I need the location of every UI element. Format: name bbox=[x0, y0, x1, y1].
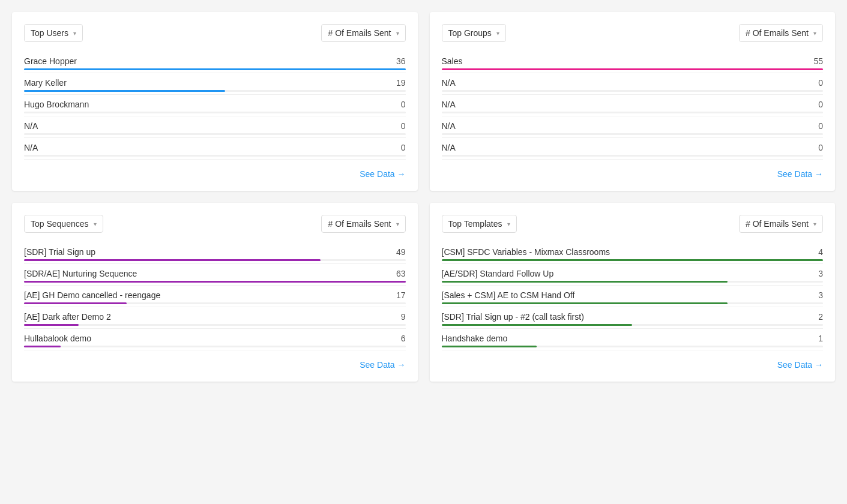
bar-item-value: 0 bbox=[818, 143, 823, 152]
bar-item-value: 0 bbox=[401, 100, 406, 109]
panel-top-groups: Top Groups▾# Of Emails Sent▾Sales55N/A0N… bbox=[430, 12, 836, 191]
title-label: Top Sequences bbox=[31, 219, 89, 229]
metric-label: # Of Emails Sent bbox=[746, 219, 809, 229]
bar-item-header: N/A0 bbox=[442, 121, 824, 131]
see-data-top-users: See Data → bbox=[24, 169, 406, 179]
bar-item: Hugo Brockmann0 bbox=[24, 95, 406, 116]
chevron-down-icon: ▾ bbox=[813, 221, 816, 227]
chevron-down-icon: ▾ bbox=[396, 30, 399, 37]
bar-item-label: [SDR/AE] Nurturing Sequence bbox=[24, 269, 137, 278]
bar-item-label: Hugo Brockmann bbox=[24, 100, 89, 109]
bar-item-header: N/A0 bbox=[24, 121, 406, 131]
bar-track bbox=[24, 68, 406, 70]
bar-item-value: 0 bbox=[818, 100, 823, 109]
bar-fill bbox=[24, 68, 406, 70]
bar-item-header: [Sales + CSM] AE to CSM Hand Off3 bbox=[442, 290, 824, 300]
bar-item: N/A0 bbox=[442, 116, 824, 138]
panel-top-users: Top Users▾# Of Emails Sent▾Grace Hopper3… bbox=[12, 12, 418, 191]
title-label: Top Templates bbox=[448, 219, 502, 229]
bar-item-label: Grace Hopper bbox=[24, 56, 77, 66]
title-dropdown-top-templates[interactable]: Top Templates▾ bbox=[442, 215, 517, 233]
bar-fill bbox=[24, 281, 406, 283]
bar-item: Hullabalook demo6 bbox=[24, 329, 406, 350]
bar-item-label: [AE] GH Demo cancelled - reengage bbox=[24, 290, 160, 300]
metric-label: # Of Emails Sent bbox=[328, 28, 391, 38]
title-label: Top Groups bbox=[448, 28, 492, 38]
chevron-down-icon: ▾ bbox=[396, 221, 399, 227]
see-data-link[interactable]: See Data → bbox=[777, 360, 823, 370]
metric-label: # Of Emails Sent bbox=[746, 28, 809, 38]
bar-item: N/A0 bbox=[442, 138, 824, 160]
see-data-link[interactable]: See Data → bbox=[360, 169, 405, 179]
bar-item-header: Mary Keller19 bbox=[24, 78, 406, 88]
bar-item-header: N/A0 bbox=[442, 143, 824, 152]
bar-item-header: Hugo Brockmann0 bbox=[24, 100, 406, 109]
bar-item-label: N/A bbox=[442, 100, 456, 109]
see-data-link[interactable]: See Data → bbox=[777, 169, 823, 179]
panel-header-top-users: Top Users▾# Of Emails Sent▾ bbox=[24, 24, 406, 42]
bar-item-value: 2 bbox=[818, 312, 823, 322]
bar-fill bbox=[442, 281, 728, 283]
bar-fill bbox=[24, 259, 321, 261]
bar-item-header: Handshake demo1 bbox=[442, 334, 824, 343]
panel-top-templates: Top Templates▾# Of Emails Sent▾[CSM] SFD… bbox=[430, 203, 836, 382]
bar-track bbox=[442, 259, 824, 261]
bar-item: Grace Hopper36 bbox=[24, 52, 406, 73]
bar-item: N/A0 bbox=[24, 116, 406, 138]
bar-fill bbox=[24, 324, 79, 326]
bar-item-label: [SDR] Trial Sign up bbox=[24, 247, 95, 257]
bar-track bbox=[24, 346, 406, 347]
bar-track bbox=[442, 281, 824, 283]
bar-item-header: [CSM] SFDC Variables - Mixmax Classrooms… bbox=[442, 247, 824, 257]
bar-fill bbox=[442, 324, 633, 326]
chevron-down-icon: ▾ bbox=[813, 30, 816, 37]
bar-item-label: N/A bbox=[24, 143, 38, 152]
bar-item-value: 4 bbox=[818, 247, 823, 257]
title-label: Top Users bbox=[31, 28, 68, 38]
title-dropdown-top-groups[interactable]: Top Groups▾ bbox=[442, 24, 506, 42]
bar-item-value: 3 bbox=[818, 269, 823, 278]
bar-item: N/A0 bbox=[442, 73, 824, 95]
bar-item-value: 49 bbox=[396, 247, 406, 257]
bar-fill bbox=[24, 302, 127, 304]
bar-item-label: N/A bbox=[24, 121, 38, 131]
bar-item-value: 17 bbox=[396, 290, 406, 300]
bar-item: [AE/SDR] Standard Follow Up3 bbox=[442, 264, 824, 286]
bar-item: N/A0 bbox=[24, 138, 406, 160]
bar-item-value: 0 bbox=[818, 78, 823, 88]
chevron-down-icon: ▾ bbox=[496, 30, 499, 37]
bar-track bbox=[442, 155, 824, 157]
bar-item-value: 1 bbox=[818, 334, 823, 343]
see-data-top-sequences: See Data → bbox=[24, 360, 406, 370]
dashboard: Top Users▾# Of Emails Sent▾Grace Hopper3… bbox=[12, 12, 835, 382]
bar-item-header: N/A0 bbox=[442, 100, 824, 109]
bar-item-header: [AE/SDR] Standard Follow Up3 bbox=[442, 269, 824, 278]
metric-dropdown-top-groups[interactable]: # Of Emails Sent▾ bbox=[739, 24, 823, 42]
bar-item: [AE] Dark after Demo 29 bbox=[24, 307, 406, 329]
bar-track bbox=[442, 90, 824, 92]
bar-item-label: Hullabalook demo bbox=[24, 334, 91, 343]
chevron-down-icon: ▾ bbox=[73, 30, 76, 37]
metric-dropdown-top-users[interactable]: # Of Emails Sent▾ bbox=[321, 24, 405, 42]
title-dropdown-top-users[interactable]: Top Users▾ bbox=[24, 24, 83, 42]
bar-item-label: N/A bbox=[442, 121, 456, 131]
metric-dropdown-top-sequences[interactable]: # Of Emails Sent▾ bbox=[321, 215, 405, 233]
bar-item: [AE] GH Demo cancelled - reengage17 bbox=[24, 286, 406, 307]
chevron-down-icon: ▾ bbox=[94, 221, 97, 227]
metric-dropdown-top-templates[interactable]: # Of Emails Sent▾ bbox=[739, 215, 823, 233]
title-dropdown-top-sequences[interactable]: Top Sequences▾ bbox=[24, 215, 103, 233]
bar-track bbox=[442, 346, 824, 347]
bar-track bbox=[24, 259, 406, 261]
bar-item-label: N/A bbox=[442, 78, 456, 88]
bar-item: [CSM] SFDC Variables - Mixmax Classrooms… bbox=[442, 242, 824, 264]
bar-item-value: 19 bbox=[396, 78, 406, 88]
bar-item-value: 3 bbox=[818, 290, 823, 300]
see-data-top-groups: See Data → bbox=[442, 169, 824, 179]
bar-item: Sales55 bbox=[442, 52, 824, 73]
bar-item-label: Mary Keller bbox=[24, 78, 67, 88]
bar-item-label: [SDR] Trial Sign up - #2 (call task firs… bbox=[442, 312, 584, 322]
bar-fill bbox=[24, 90, 225, 92]
see-data-link[interactable]: See Data → bbox=[360, 360, 405, 370]
bar-item-header: [SDR/AE] Nurturing Sequence63 bbox=[24, 269, 406, 278]
bar-item-value: 9 bbox=[401, 312, 406, 322]
